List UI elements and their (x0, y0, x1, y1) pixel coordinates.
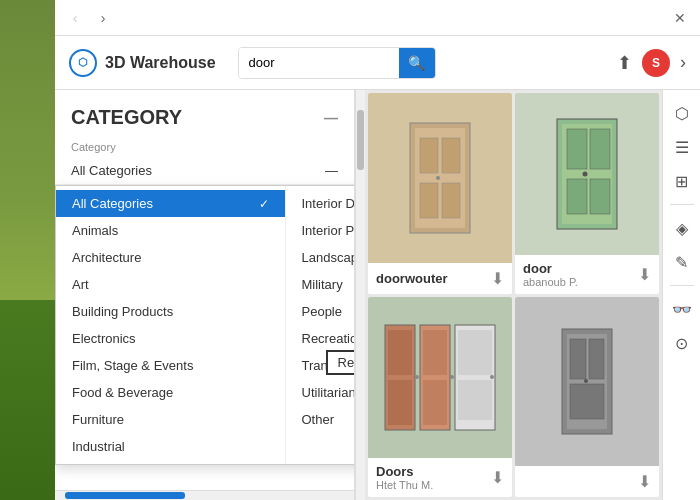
svg-rect-21 (458, 330, 492, 375)
svg-point-13 (583, 171, 588, 176)
horizontal-scrollbar[interactable] (55, 490, 354, 500)
toolbar-icon-pencil[interactable]: ✎ (667, 247, 697, 277)
toolbar-icon-hex[interactable]: ⬡ (667, 98, 697, 128)
download-icon[interactable]: ⬇ (638, 472, 651, 491)
dropdown-item-furniture[interactable]: Furniture (56, 406, 285, 433)
dropdown-item-all-categories[interactable]: All Categories ✓ (56, 190, 285, 217)
dropdown-item-building-products[interactable]: Building Products (56, 298, 285, 325)
content-area: CATEGORY — Category All Categories — All… (55, 90, 700, 500)
dropdown-item-utilitarian[interactable]: Utilitarian Objects (286, 379, 356, 406)
product-info-door4: ⬇ (515, 466, 659, 497)
search-button[interactable]: 🔍 (399, 48, 435, 78)
dropdown-item-other[interactable]: Other (286, 406, 356, 433)
toolbar-icon-glasses[interactable]: 👓 (667, 294, 697, 324)
check-icon: ✓ (259, 197, 269, 211)
scroll-thumb[interactable] (65, 492, 185, 499)
left-strip (0, 0, 55, 500)
item-label: Furniture (72, 412, 124, 427)
dropdown-item-recreation[interactable]: Recreation (286, 325, 356, 352)
scroll-thumb-vert[interactable] (357, 110, 364, 170)
svg-rect-10 (590, 129, 610, 169)
download-icon[interactable]: ⬇ (491, 468, 504, 487)
product-info-doors: Doors Htet Thu M. ⬇ (368, 458, 512, 497)
product-card-doorwouter: doorwouter ⬇ (368, 93, 512, 294)
svg-rect-30 (570, 384, 604, 419)
dropdown-item-interior-products[interactable]: Interior Products (286, 217, 356, 244)
svg-rect-4 (420, 183, 438, 218)
category-select-row[interactable]: All Categories — (55, 157, 354, 185)
forward-arrow[interactable]: › (93, 8, 113, 28)
toolbar-icon-menu[interactable]: ☰ (667, 132, 697, 162)
svg-rect-5 (442, 183, 460, 218)
product-info-door: door abanoub P. ⬇ (515, 255, 659, 294)
background-scenery (0, 300, 55, 500)
svg-rect-22 (458, 380, 492, 420)
svg-rect-19 (423, 380, 447, 425)
dropdown-col-1: All Categories ✓ Animals Architecture Ar… (56, 186, 286, 464)
vertical-scrollbar[interactable] (355, 90, 365, 500)
dropdown-item-industrial[interactable]: Industrial (56, 433, 285, 460)
category-dropdown: All Categories ✓ Animals Architecture Ar… (55, 185, 355, 465)
item-label: Film, Stage & Events (72, 358, 193, 373)
item-label: People (302, 304, 342, 319)
search-input[interactable] (239, 48, 399, 78)
dropdown-item-people[interactable]: People (286, 298, 356, 325)
selected-category-value: All Categories (71, 163, 152, 178)
product-card-doors: Doors Htet Thu M. ⬇ (368, 297, 512, 498)
category-label: Category (55, 137, 354, 157)
dropdown-item-animals[interactable]: Animals (56, 217, 285, 244)
item-label: Utilitarian Objects (302, 385, 356, 400)
app-title: 3D Warehouse (105, 54, 216, 72)
product-name: doorwouter (376, 271, 448, 286)
back-arrow[interactable]: ‹ (65, 8, 85, 28)
dropdown-item-landscape[interactable]: Landscape (286, 244, 356, 271)
svg-point-23 (415, 375, 419, 379)
item-label: Architecture (72, 250, 141, 265)
main-area: ‹ › ✕ ⬡ 3D Warehouse 🔍 ⬆ S › CATEGORY — (55, 0, 700, 500)
dropdown-item-transportation[interactable]: Transp Recreation (286, 352, 356, 379)
dropdown-item-military[interactable]: Military (286, 271, 356, 298)
svg-point-6 (436, 176, 440, 180)
item-label: Interior Products (302, 223, 356, 238)
right-toolbar: ⬡ ☰ ⊞ ◈ ✎ 👓 ⊙ (662, 90, 700, 500)
product-image-door (515, 93, 659, 255)
svg-point-24 (450, 375, 454, 379)
svg-point-25 (490, 375, 494, 379)
more-button[interactable]: › (680, 52, 686, 73)
upload-icon[interactable]: ⬆ (617, 52, 632, 74)
svg-rect-11 (567, 179, 587, 214)
item-label: Art (72, 277, 89, 292)
svg-rect-9 (567, 129, 587, 169)
close-button[interactable]: ✕ (670, 8, 690, 28)
svg-rect-29 (589, 339, 604, 379)
product-author: Htet Thu M. (376, 479, 433, 491)
svg-rect-16 (388, 380, 412, 425)
item-label: Landscape (302, 250, 356, 265)
toolbar-icon-diamond[interactable]: ◈ (667, 213, 697, 243)
svg-rect-18 (423, 330, 447, 375)
search-bar: 🔍 (238, 47, 436, 79)
dropdown-item-architecture[interactable]: Architecture (56, 244, 285, 271)
dropdown-item-art[interactable]: Art (56, 271, 285, 298)
item-label: Interior Design (302, 196, 356, 211)
toolbar-divider-2 (670, 285, 694, 286)
item-label: Military (302, 277, 343, 292)
item-label: Electronics (72, 331, 136, 346)
recreation-tooltip: Recreation (326, 350, 356, 375)
user-avatar[interactable]: S (642, 49, 670, 77)
dropdown-item-electronics[interactable]: Electronics (56, 325, 285, 352)
dropdown-item-interior-design[interactable]: Interior Design (286, 190, 356, 217)
download-icon[interactable]: ⬇ (638, 265, 651, 284)
product-card-door: door abanoub P. ⬇ (515, 93, 659, 294)
minimize-icon[interactable]: — (324, 110, 338, 126)
toolbar-icon-circle[interactable]: ⊙ (667, 328, 697, 358)
svg-rect-12 (590, 179, 610, 214)
item-label: Recreation (302, 331, 356, 346)
logo-text: ⬡ (78, 56, 88, 69)
dropdown-item-food[interactable]: Food & Beverage (56, 379, 285, 406)
dropdown-item-film[interactable]: Film, Stage & Events (56, 352, 285, 379)
product-image-doors (368, 297, 512, 459)
download-icon[interactable]: ⬇ (491, 269, 504, 288)
logo-area: ⬡ 3D Warehouse (69, 49, 216, 77)
toolbar-icon-grid[interactable]: ⊞ (667, 166, 697, 196)
